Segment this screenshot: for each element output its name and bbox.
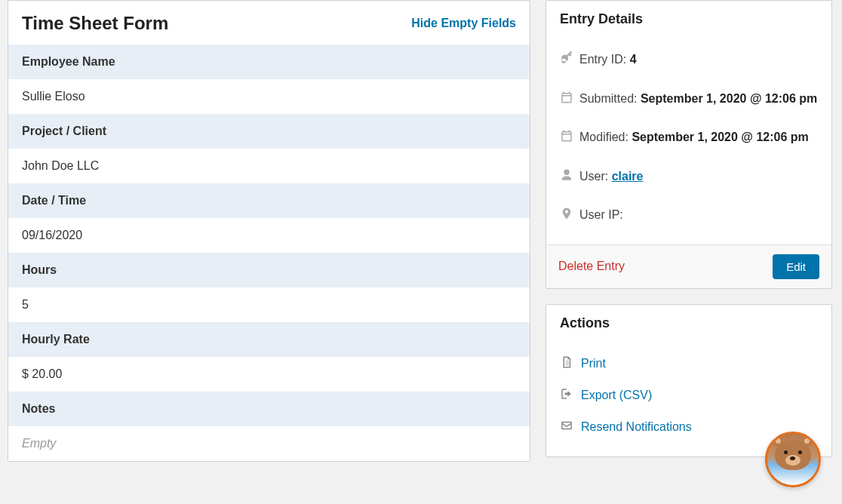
user-ip-row: User IP: (560, 196, 818, 235)
submitted-value: September 1, 2020 @ 12:06 pm (641, 92, 817, 105)
key-icon (560, 51, 579, 71)
entry-details-title: Entry Details (560, 11, 818, 27)
field-label: Hourly Rate (8, 322, 530, 357)
submitted-label: Submitted: (579, 92, 641, 105)
entry-details-panel: Entry Details Entry ID: 4 Submit (545, 0, 832, 289)
panel-header: Actions (546, 305, 831, 340)
field-label: Hours (8, 253, 530, 287)
panel-header: Entry Details (546, 1, 831, 36)
location-icon (560, 207, 579, 226)
export-csv-action[interactable]: Export (CSV) (560, 380, 818, 411)
print-label: Print (581, 357, 606, 370)
user-label: User: (579, 170, 612, 183)
field-value: John Doe LLC (8, 149, 530, 183)
help-widget-avatar[interactable] (765, 432, 821, 487)
user-ip-label: User IP: (579, 208, 623, 221)
panel-header: Time Sheet Form Hide Empty Fields (8, 1, 530, 45)
document-icon (560, 355, 581, 372)
export-label: Export (CSV) (581, 389, 652, 402)
actions-title: Actions (560, 315, 818, 331)
field-value: Sullie Eloso (8, 79, 530, 114)
bear-mascot-icon (775, 440, 811, 470)
calendar-icon (560, 91, 579, 110)
resend-label: Resend Notifications (581, 420, 692, 434)
field-label: Project / Client (8, 114, 530, 149)
modified-row: Modified: September 1, 2020 @ 12:06 pm (560, 118, 818, 158)
user-icon (560, 168, 579, 188)
field-value: 09/16/2020 (8, 218, 530, 253)
field-value: 5 (8, 287, 530, 322)
print-action[interactable]: Print (560, 348, 818, 380)
user-link[interactable]: claire (612, 170, 644, 183)
field-value: $ 20.00 (8, 357, 530, 392)
entry-details-footer: Delete Entry Edit (546, 244, 831, 288)
field-label: Notes (8, 392, 530, 426)
mail-icon (560, 419, 581, 435)
form-entry-panel: Time Sheet Form Hide Empty Fields Employ… (8, 0, 530, 462)
export-icon (560, 387, 581, 404)
field-label: Employee Name (8, 45, 530, 79)
entry-id-value: 4 (630, 53, 637, 66)
calendar-icon (560, 129, 579, 149)
submitted-row: Submitted: September 1, 2020 @ 12:06 pm (560, 80, 818, 119)
hide-empty-fields-link[interactable]: Hide Empty Fields (411, 17, 516, 30)
entry-id-row: Entry ID: 4 (560, 41, 818, 80)
modified-value: September 1, 2020 @ 12:06 pm (632, 131, 808, 143)
user-row: User: claire (560, 158, 818, 197)
modified-label: Modified: (579, 131, 632, 143)
field-label: Date / Time (8, 183, 530, 218)
form-title: Time Sheet Form (22, 13, 168, 34)
delete-entry-link[interactable]: Delete Entry (558, 260, 625, 273)
edit-button[interactable]: Edit (773, 254, 819, 279)
entry-id-label: Entry ID: (579, 53, 630, 66)
field-value: Empty (8, 426, 530, 461)
